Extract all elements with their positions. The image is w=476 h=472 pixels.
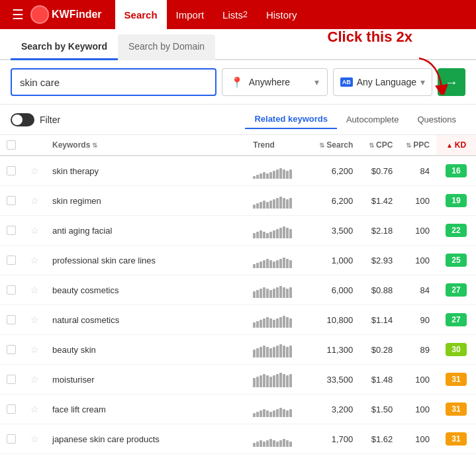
row-checkbox[interactable]: [7, 226, 16, 235]
col-header-keyword[interactable]: Keywords ⇅: [46, 135, 246, 156]
row-star-cell: ☆: [24, 216, 46, 246]
row-ppc: 100: [399, 246, 436, 275]
row-search: 6,000: [312, 275, 359, 305]
bar: [269, 201, 272, 209]
location-select[interactable]: 📍 Anywhere ▾: [222, 68, 328, 96]
row-search: 11,300: [312, 335, 359, 365]
annotation-wrapper: Click this 2x →: [438, 68, 465, 96]
filter-tab-autocomplete[interactable]: Autocomplete: [337, 111, 408, 128]
bar: [260, 375, 262, 387]
kd-badge: 19: [446, 194, 467, 207]
nav-item-history[interactable]: History: [257, 0, 307, 29]
keyword-input[interactable]: [11, 68, 216, 96]
row-checkbox[interactable]: [7, 315, 16, 324]
star-icon[interactable]: ☆: [30, 404, 39, 414]
star-icon[interactable]: ☆: [30, 255, 39, 265]
bar: [266, 233, 269, 238]
star-icon[interactable]: ☆: [30, 285, 39, 295]
kd-badge: 25: [446, 254, 467, 267]
row-cpc: $2.18: [359, 216, 399, 246]
top-navigation: ☰ KWFinder Search Import Lists 2 History: [0, 0, 476, 29]
annotation-arrow: [412, 55, 452, 95]
bar: [269, 172, 272, 179]
star-icon[interactable]: ☆: [30, 344, 39, 355]
row-trend: [246, 216, 312, 246]
bar: [289, 260, 292, 268]
nav-item-import[interactable]: Import: [167, 0, 214, 29]
row-checkbox[interactable]: [7, 345, 16, 354]
bar: [266, 375, 269, 387]
star-icon[interactable]: ☆: [30, 314, 39, 325]
row-checkbox[interactable]: [7, 166, 16, 175]
row-cpc: $1.50: [359, 395, 399, 424]
row-kd: 16: [436, 156, 476, 186]
col-header-trend[interactable]: Trend: [246, 135, 312, 156]
row-checkbox[interactable]: [7, 196, 16, 205]
bar: [263, 409, 265, 417]
bar: [256, 290, 259, 298]
row-star-cell: ☆: [24, 305, 46, 335]
bar: [276, 409, 279, 417]
bar: [256, 232, 259, 238]
row-kd: 31: [436, 365, 476, 395]
filter-tab-related[interactable]: Related keywords: [245, 110, 337, 129]
bar: [283, 346, 285, 357]
bar: [256, 321, 259, 328]
trend-bars: [253, 163, 306, 179]
trend-bars: [253, 282, 306, 298]
row-kd: 27: [436, 305, 476, 335]
select-all-checkbox[interactable]: [7, 140, 16, 150]
row-star-cell: ☆: [24, 246, 46, 275]
bar: [283, 374, 285, 387]
filter-tab-questions[interactable]: Questions: [408, 111, 465, 128]
tab-domain[interactable]: Search by Domain: [118, 34, 215, 60]
row-checkbox[interactable]: [7, 434, 16, 444]
col-header-cpc[interactable]: ⇅ CPC: [359, 135, 399, 156]
bar: [266, 317, 269, 328]
row-checkbox[interactable]: [7, 285, 16, 295]
table-row: ☆ moisturiser 33,500 $1.48 100 31: [0, 365, 476, 395]
menu-icon[interactable]: ☰: [5, 7, 30, 23]
col-header-search[interactable]: ⇅ Search: [312, 135, 359, 156]
kd-badge: 30: [446, 343, 467, 356]
bar: [289, 442, 292, 447]
bar: [253, 413, 256, 417]
bar: [256, 377, 259, 387]
row-kd: 31: [436, 395, 476, 424]
col-header-ppc[interactable]: ⇅ PPC: [399, 135, 436, 156]
trend-bars: [253, 312, 306, 328]
nav-item-lists[interactable]: Lists 2: [213, 0, 257, 29]
nav-item-search[interactable]: Search: [115, 0, 167, 29]
main-content: Search by Keyword Search by Domain 📍 Any…: [0, 29, 476, 472]
row-checkbox[interactable]: [7, 404, 16, 414]
row-checkbox-cell: [0, 216, 24, 246]
row-search: 10,800: [312, 305, 359, 335]
bar: [283, 439, 285, 447]
row-checkbox[interactable]: [7, 256, 16, 265]
bar: [279, 408, 282, 417]
trend-bars: [253, 222, 306, 238]
bar: [273, 375, 275, 387]
table-row: ☆ natural cosmetics 10,800 $1.14 90 27: [0, 305, 476, 335]
col-header-kd[interactable]: ▲ KD: [436, 135, 476, 156]
row-ppc: 84: [399, 275, 436, 305]
star-icon[interactable]: ☆: [30, 195, 39, 206]
star-icon[interactable]: ☆: [30, 434, 39, 444]
bar: [253, 205, 256, 209]
star-icon[interactable]: ☆: [30, 225, 39, 236]
bar: [253, 264, 256, 268]
bar: [260, 289, 262, 298]
star-icon[interactable]: ☆: [30, 374, 39, 385]
sort-icon-keyword: ⇅: [92, 142, 97, 149]
bar: [260, 261, 262, 268]
tab-keyword[interactable]: Search by Keyword: [11, 34, 118, 60]
bar: [253, 233, 256, 238]
search-row: 📍 Anywhere ▾ AB Any Language ▾ Click thi…: [0, 60, 476, 105]
bar: [279, 286, 282, 298]
filter-toggle[interactable]: [11, 113, 34, 126]
kd-badge: 31: [446, 373, 467, 386]
bar: [286, 289, 289, 298]
star-icon[interactable]: ☆: [30, 165, 39, 176]
filter-tabs: Related keywords Autocomplete Questions: [245, 110, 465, 129]
row-checkbox[interactable]: [7, 375, 16, 384]
